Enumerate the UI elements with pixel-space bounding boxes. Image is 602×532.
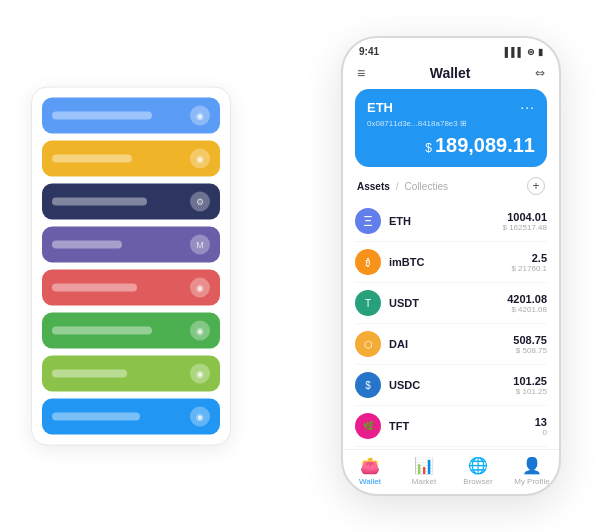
eth-balance-symbol: $ — [425, 141, 432, 155]
usdc-asset-amount: 101.25 — [513, 375, 547, 387]
usdc-asset-usd: $ 101.25 — [513, 387, 547, 396]
status-icons: ▌▌▌ ⊜ ▮ — [505, 47, 543, 57]
nav-market[interactable]: 📊 Market — [397, 456, 451, 486]
dai-asset-name: DAI — [389, 338, 513, 350]
tft-asset-values: 13 0 — [535, 416, 547, 437]
card-icon-1: ◉ — [190, 106, 210, 126]
page-title: Wallet — [430, 65, 471, 81]
list-item[interactable]: ⬡ DAI 508.75 $ 508.75 — [355, 324, 547, 365]
card-row-3: ⚙ — [42, 184, 220, 220]
card-label-8 — [52, 413, 140, 421]
card-row-6: ◉ — [42, 313, 220, 349]
dai-asset-usd: $ 508.75 — [513, 346, 547, 355]
list-item[interactable]: $ USDC 101.25 $ 101.25 — [355, 365, 547, 406]
card-icon-4: M — [190, 235, 210, 255]
profile-nav-label: My Profile — [514, 477, 550, 486]
usdc-asset-name: USDC — [389, 379, 513, 391]
eth-asset-values: 1004.01 $ 162517.48 — [503, 211, 548, 232]
profile-nav-icon: 👤 — [522, 456, 542, 475]
tft-asset-amount: 13 — [535, 416, 547, 428]
card-icon-7: ◉ — [190, 364, 210, 384]
wifi-icon: ⊜ — [527, 47, 535, 57]
nav-wallet[interactable]: 👛 Wallet — [343, 456, 397, 486]
expand-icon[interactable]: ⇔ — [535, 66, 545, 80]
dai-asset-values: 508.75 $ 508.75 — [513, 334, 547, 355]
assets-header: Assets / Collecties + — [343, 177, 559, 201]
imbtc-asset-amount: 2.5 — [511, 252, 547, 264]
hamburger-icon[interactable]: ≡ — [357, 65, 365, 81]
list-item[interactable]: Ξ ETH 1004.01 $ 162517.48 — [355, 201, 547, 242]
eth-balance: $189,089.11 — [367, 134, 535, 157]
eth-asset-usd: $ 162517.48 — [503, 223, 548, 232]
card-label-6 — [52, 327, 152, 335]
card-row-4: M — [42, 227, 220, 263]
card-stack: ◉ ◉ ⚙ M ◉ ◉ ◉ ◉ — [31, 87, 231, 446]
card-row-1: ◉ — [42, 98, 220, 134]
tft-asset-icon: 🌿 — [355, 413, 381, 439]
card-icon-3: ⚙ — [190, 192, 210, 212]
card-label-7 — [52, 370, 127, 378]
card-icon-8: ◉ — [190, 407, 210, 427]
usdt-asset-usd: $ 4201.08 — [507, 305, 547, 314]
eth-balance-value: 189,089.11 — [435, 134, 535, 156]
tft-asset-usd: 0 — [535, 428, 547, 437]
market-nav-icon: 📊 — [414, 456, 434, 475]
eth-asset-icon: Ξ — [355, 208, 381, 234]
imbtc-asset-values: 2.5 $ 21760.1 — [511, 252, 547, 273]
bottom-nav: 👛 Wallet 📊 Market 🌐 Browser 👤 My Profile — [343, 449, 559, 494]
imbtc-asset-usd: $ 21760.1 — [511, 264, 547, 273]
time: 9:41 — [359, 46, 379, 57]
card-row-5: ◉ — [42, 270, 220, 306]
tft-asset-name: TFT — [389, 420, 535, 432]
card-row-8: ◉ — [42, 399, 220, 435]
dai-asset-icon: ⬡ — [355, 331, 381, 357]
usdt-asset-amount: 4201.08 — [507, 293, 547, 305]
phone-header: ≡ Wallet ⇔ — [343, 61, 559, 89]
asset-list: Ξ ETH 1004.01 $ 162517.48 ₿ imBTC 2.5 $ … — [343, 201, 559, 449]
card-label-2 — [52, 155, 132, 163]
card-label-4 — [52, 241, 122, 249]
card-icon-6: ◉ — [190, 321, 210, 341]
browser-nav-label: Browser — [463, 477, 492, 486]
usdc-asset-icon: $ — [355, 372, 381, 398]
card-label-5 — [52, 284, 137, 292]
eth-card[interactable]: ETH ··· 0x08711d3e...8418a78e3 ⊞ $189,08… — [355, 89, 547, 167]
card-icon-2: ◉ — [190, 149, 210, 169]
eth-address: 0x08711d3e...8418a78e3 ⊞ — [367, 119, 535, 128]
nav-browser[interactable]: 🌐 Browser — [451, 456, 505, 486]
list-item[interactable]: T USDT 4201.08 $ 4201.08 — [355, 283, 547, 324]
assets-tab-separator: / — [396, 181, 399, 192]
usdt-asset-name: USDT — [389, 297, 507, 309]
assets-add-button[interactable]: + — [527, 177, 545, 195]
status-bar: 9:41 ▌▌▌ ⊜ ▮ — [343, 38, 559, 61]
eth-dots: ··· — [520, 99, 535, 115]
imbtc-asset-icon: ₿ — [355, 249, 381, 275]
imbtc-asset-name: imBTC — [389, 256, 511, 268]
eth-label: ETH — [367, 100, 393, 115]
assets-tab-inactive[interactable]: Collecties — [405, 181, 448, 192]
eth-asset-name: ETH — [389, 215, 503, 227]
card-row-7: ◉ — [42, 356, 220, 392]
card-row-2: ◉ — [42, 141, 220, 177]
assets-tabs: Assets / Collecties — [357, 181, 448, 192]
wallet-nav-icon: 👛 — [360, 456, 380, 475]
nav-profile[interactable]: 👤 My Profile — [505, 456, 559, 486]
wallet-nav-label: Wallet — [359, 477, 381, 486]
usdc-asset-values: 101.25 $ 101.25 — [513, 375, 547, 396]
card-icon-5: ◉ — [190, 278, 210, 298]
usdt-asset-icon: T — [355, 290, 381, 316]
signal-icon: ▌▌▌ — [505, 47, 524, 57]
assets-tab-active[interactable]: Assets — [357, 181, 390, 192]
usdt-asset-values: 4201.08 $ 4201.08 — [507, 293, 547, 314]
dai-asset-amount: 508.75 — [513, 334, 547, 346]
card-label-1 — [52, 112, 152, 120]
list-item[interactable]: ₿ imBTC 2.5 $ 21760.1 — [355, 242, 547, 283]
battery-icon: ▮ — [538, 47, 543, 57]
card-label-3 — [52, 198, 147, 206]
phone: 9:41 ▌▌▌ ⊜ ▮ ≡ Wallet ⇔ ETH ··· 0x08711d… — [341, 36, 561, 496]
browser-nav-icon: 🌐 — [468, 456, 488, 475]
market-nav-label: Market — [412, 477, 436, 486]
list-item[interactable]: 🌿 TFT 13 0 — [355, 406, 547, 447]
eth-asset-amount: 1004.01 — [503, 211, 548, 223]
scene: ◉ ◉ ⚙ M ◉ ◉ ◉ ◉ — [11, 11, 591, 521]
